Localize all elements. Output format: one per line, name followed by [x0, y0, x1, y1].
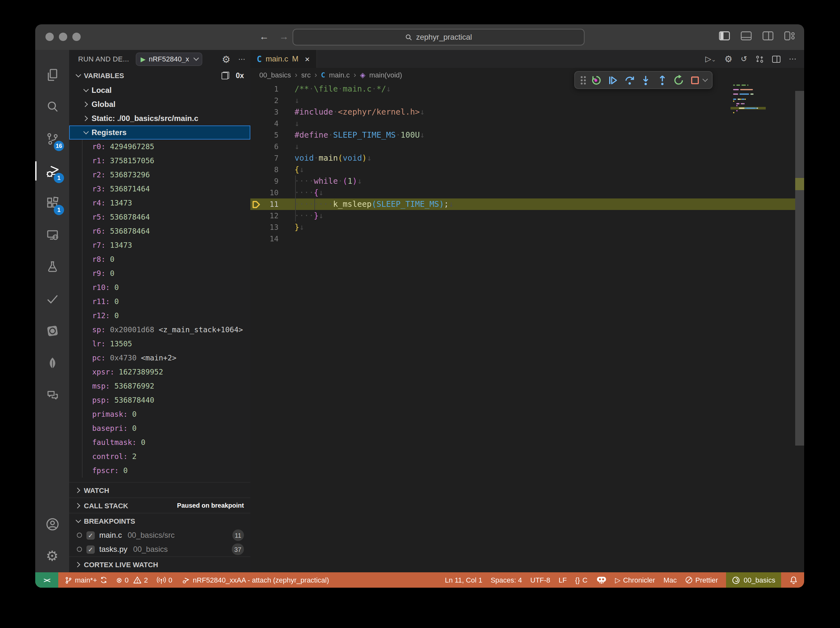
breakpoint-checkbox[interactable]: ✓ [87, 531, 95, 539]
line-number[interactable]: 13 [262, 221, 278, 233]
line-number[interactable]: 1 [262, 83, 278, 95]
code-line[interactable]: 14 [250, 233, 804, 245]
debug-settings-gear-icon[interactable]: ⚙ [222, 54, 231, 64]
cursor-position[interactable]: Ln 11, Col 1 [445, 576, 482, 584]
reset-device-button[interactable] [591, 74, 602, 85]
timeline-history-icon[interactable]: ↺ [741, 55, 747, 63]
variables-section-header[interactable]: VARIABLES 0x [69, 68, 250, 83]
watch-section-header[interactable]: WATCH [69, 482, 250, 497]
scrollbar-thumb[interactable] [795, 91, 804, 445]
register-row[interactable]: basepri: 0 [69, 421, 250, 435]
register-row[interactable]: r0: 4294967285 [69, 140, 250, 154]
sidebar-item-zephyr-tools[interactable] [35, 315, 69, 347]
code-line[interactable]: 2↓ [250, 95, 804, 106]
step-out-button[interactable] [657, 74, 668, 85]
step-over-button[interactable] [624, 74, 635, 85]
language-mode[interactable]: {} C [575, 576, 588, 584]
register-row[interactable]: r12: 0 [69, 309, 250, 323]
register-row[interactable]: xpsr: 1627389952 [69, 365, 250, 379]
sidebar-item-comments[interactable] [35, 379, 69, 411]
toggle-secondary-sidebar-icon[interactable] [763, 32, 774, 40]
sidebar-item-mongodb[interactable] [35, 347, 69, 379]
register-row[interactable]: r9: 0 [69, 266, 250, 280]
chronicler-indicator[interactable]: ▷ Chronicler [615, 576, 655, 584]
run-or-debug-button[interactable]: ▷⌄ [705, 55, 716, 63]
variables-group-registers[interactable]: Registers [69, 125, 250, 140]
register-row[interactable]: control: 2 [69, 450, 250, 464]
cortex-live-watch-section-header[interactable]: CORTEX LIVE WATCH [69, 556, 250, 572]
restart-button[interactable] [674, 74, 684, 85]
os-indicator[interactable]: Mac [663, 576, 677, 584]
sidebar-item-remote-explorer[interactable] [35, 219, 69, 251]
split-editor-icon[interactable] [772, 55, 780, 62]
hex-format-toggle[interactable]: 0x [235, 72, 244, 79]
sidebar-item-task-check[interactable] [35, 283, 69, 315]
open-changes-icon[interactable] [755, 55, 764, 63]
line-number[interactable]: 8 [262, 164, 278, 175]
register-row[interactable]: r1: 3758157056 [69, 154, 250, 168]
register-row[interactable]: primask: 0 [69, 407, 250, 421]
line-number[interactable]: 9 [262, 175, 278, 187]
editor-settings-gear-icon[interactable]: ⚙ [725, 54, 733, 63]
copy-value-icon[interactable] [221, 72, 229, 79]
editor-scrollbar[interactable] [795, 82, 804, 572]
register-row[interactable]: r5: 536878464 [69, 210, 250, 224]
breakpoint-row[interactable]: ✓main.c00_basics/src11 [69, 528, 250, 542]
editor-more-actions-icon[interactable]: ⋯ [789, 54, 796, 63]
code-line[interactable]: 13}↓ [250, 221, 804, 233]
code-editor[interactable]: 1/**·\file·main.c·*/↓2↓3#include·<zephyr… [250, 82, 804, 572]
register-row[interactable]: r11: 0 [69, 295, 250, 309]
sidebar-item-run-and-debug[interactable]: 1 [35, 155, 69, 187]
register-row[interactable]: fpscr: 0 [69, 464, 250, 478]
call-stack-section-header[interactable]: CALL STACK Paused on breakpoint [69, 497, 250, 513]
customize-layout-icon[interactable] [784, 32, 795, 40]
line-number[interactable]: 11 [262, 199, 278, 210]
toolbar-more-icon[interactable] [703, 76, 708, 82]
breakpoint-row[interactable]: ✓tasks.py00_basics37 [69, 542, 250, 556]
problems-indicator[interactable]: ⊗ 0 2 [116, 576, 148, 584]
code-line[interactable]: 8{↓ [250, 164, 804, 175]
breadcrumb-folder[interactable]: 00_basics [259, 71, 291, 79]
tab-main-c[interactable]: C main.c M × [250, 50, 317, 68]
breadcrumb-symbol[interactable]: main(void) [369, 71, 402, 79]
breakpoints-section-header[interactable]: BREAKPOINTS [69, 513, 250, 528]
line-number[interactable]: 4 [262, 118, 278, 129]
register-row[interactable]: r8: 0 [69, 252, 250, 266]
close-tab-icon[interactable]: × [305, 54, 309, 64]
debug-session-indicator[interactable]: nRF52840_xxAA - attach (zephyr_practical… [181, 576, 329, 584]
settings-button[interactable]: ⚙ [35, 540, 69, 572]
command-center-search[interactable]: zephyr_practical [292, 29, 584, 46]
variables-group-local[interactable]: Local [69, 83, 250, 97]
sidebar-item-extensions[interactable]: 1 [35, 187, 69, 219]
code-line[interactable]: 12····}↓ [250, 210, 804, 221]
minimap[interactable] [733, 82, 795, 572]
toggle-sidebar-icon[interactable] [719, 32, 730, 40]
continue-button[interactable] [608, 74, 619, 85]
breadcrumb-folder[interactable]: src [301, 71, 311, 79]
line-number[interactable]: 5 [262, 129, 278, 141]
env-indicator[interactable]: 00_basics [726, 572, 781, 588]
launch-config-dropdown[interactable]: ▶ nRF52840_x [136, 52, 202, 66]
code-line[interactable]: 11········k_msleep(SLEEP_TIME_MS);↓ [250, 199, 804, 210]
register-row[interactable]: r2: 536873296 [69, 168, 250, 182]
sidebar-item-explorer[interactable] [35, 59, 69, 91]
code-line[interactable]: 5#define·SLEEP_TIME_MS·100U↓ [250, 129, 804, 141]
forward-arrow-icon[interactable]: → [279, 31, 289, 42]
prettier-indicator[interactable]: Prettier [685, 576, 718, 584]
line-number[interactable]: 12 [262, 210, 278, 221]
eol-indicator[interactable]: LF [559, 576, 567, 584]
back-arrow-icon[interactable]: ← [259, 31, 269, 42]
variables-group-global[interactable]: Global [69, 97, 250, 111]
remote-indicator[interactable]: >< [35, 572, 58, 588]
register-row[interactable]: lr: 13505 [69, 337, 250, 351]
line-number[interactable]: 3 [262, 106, 278, 118]
code-line[interactable]: 7void·main(void)↓ [250, 152, 804, 164]
close-window-button[interactable] [46, 33, 54, 41]
traffic-lights[interactable] [46, 33, 81, 41]
copilot-icon[interactable] [596, 576, 606, 584]
code-line[interactable]: 3#include·<zephyr/kernel.h>↓ [250, 106, 804, 118]
register-row[interactable]: r10: 0 [69, 280, 250, 295]
start-debug-icon[interactable]: ▶ [141, 55, 145, 62]
line-number[interactable]: 10 [262, 187, 278, 199]
stop-button[interactable] [690, 75, 699, 85]
